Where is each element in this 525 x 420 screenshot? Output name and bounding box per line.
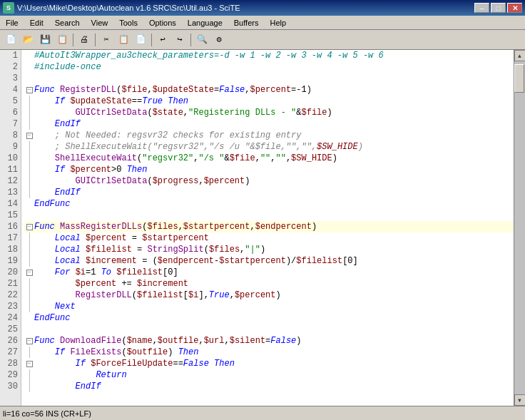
code-line-15 <box>24 210 514 221</box>
paste-button[interactable]: 📄 <box>133 32 148 48</box>
line-num-26: 26 <box>0 335 21 347</box>
line-num-20: 20 <box>0 267 21 278</box>
line-num-3: 3 <box>0 73 21 84</box>
code-line-16: − Func MassRegisterDLLs($files,$startper… <box>24 221 514 232</box>
fold-5 <box>24 96 34 107</box>
menu-bar: File Edit Search View Tools Options Lang… <box>0 16 525 30</box>
line-num-17: 17 <box>0 232 21 244</box>
code-text-13: EndIf <box>34 187 514 198</box>
menu-help[interactable]: Help <box>264 17 292 29</box>
fold-27 <box>24 347 34 358</box>
vertical-scrollbar[interactable]: ▲ ▼ <box>514 50 525 406</box>
code-line-18: Local $filelist = StringSplit($files,"|"… <box>24 244 514 255</box>
status-text: li=16 co=56 INS (CR+LF) <box>3 409 91 418</box>
editor-main: 1 2 3 4 5 6 7 8 9 10 11 12 13 14 15 16 1… <box>0 50 525 406</box>
code-line-8: − ; Not Needed: regsvr32 checks for exis… <box>24 130 514 141</box>
line-num-11: 11 <box>0 164 21 175</box>
close-button[interactable]: ✕ <box>507 3 522 13</box>
line-num-23: 23 <box>0 301 21 312</box>
code-text-20: For $i=1 To $filelist[0] <box>34 267 514 278</box>
code-text-5: If $updateState==True Then <box>34 96 514 107</box>
line-num-18: 18 <box>0 244 21 255</box>
copy-button[interactable]: 📋 <box>116 32 131 48</box>
new-button[interactable]: 📄 <box>3 32 19 48</box>
line-num-16: 16 <box>0 221 21 232</box>
line-num-10: 10 <box>0 153 21 164</box>
undo-button[interactable]: ↩ <box>155 32 170 48</box>
print-button[interactable]: 🖨 <box>76 32 92 48</box>
fold-30 <box>24 381 34 392</box>
code-text-19: Local $increment = ($endpercent-$startpe… <box>34 255 514 267</box>
save-as-button[interactable]: 📋 <box>54 32 70 48</box>
line-num-19: 19 <box>0 255 21 267</box>
menu-tools[interactable]: Tools <box>113 17 143 29</box>
menu-buffers[interactable]: Buffers <box>228 17 265 29</box>
menu-search[interactable]: Search <box>49 17 86 29</box>
line-num-6: 6 <box>0 107 21 118</box>
code-line-25 <box>24 324 514 335</box>
fold-28[interactable]: − <box>24 361 34 367</box>
code-line-26: − Func DownloadFile($name,$outfile,$url,… <box>24 335 514 347</box>
fold-16[interactable]: − <box>24 224 34 230</box>
code-text-21: $percent += $increment <box>34 278 514 290</box>
code-line-19: Local $increment = ($endpercent-$startpe… <box>24 255 514 267</box>
code-line-12: GUICtrlSetData($progress,$percent) <box>24 175 514 187</box>
menu-language[interactable]: Language <box>182 17 228 29</box>
menu-file[interactable]: File <box>0 17 24 29</box>
fold-8[interactable]: − <box>24 133 34 139</box>
fold-17 <box>24 232 34 244</box>
code-text-4: Func RegisterDLL($file,$updateState=Fals… <box>34 84 514 96</box>
code-line-28: − If $ForceFileUpdate==False Then <box>24 358 514 369</box>
fold-6 <box>24 107 34 118</box>
scroll-up-arrow[interactable]: ▲ <box>514 50 526 61</box>
scroll-thumb[interactable] <box>514 64 524 93</box>
menu-view[interactable]: View <box>86 17 114 29</box>
fold-23 <box>24 301 34 312</box>
open-button[interactable]: 📂 <box>20 32 36 48</box>
menu-options[interactable]: Options <box>143 17 182 29</box>
redo-button[interactable]: ↪ <box>172 32 188 48</box>
code-line-21: $percent += $increment <box>24 278 514 290</box>
fold-26[interactable]: − <box>24 338 34 344</box>
code-text-9: ; ShellExecuteWait("regsvr32","/s /u "&$… <box>34 141 514 153</box>
line-num-12: 12 <box>0 175 21 187</box>
line-num-21: 21 <box>0 278 21 290</box>
code-line-22: RegisterDLL($filelist[$i],True,$percent) <box>24 290 514 301</box>
code-line-23: Next <box>24 301 514 312</box>
code-text-29: Return <box>34 369 514 381</box>
tools-button[interactable]: ⚙ <box>211 32 227 48</box>
app-icon: S <box>3 2 14 14</box>
code-line-11: If $percent>0 Then <box>24 164 514 175</box>
code-area[interactable]: #AutoIt3Wrapper_au3check_parameters=-d -… <box>21 50 514 406</box>
maximize-button[interactable]: □ <box>491 3 506 13</box>
save-button[interactable]: 💾 <box>37 32 53 48</box>
code-text-27: If FileExists($outfile) Then <box>34 347 514 358</box>
line-num-13: 13 <box>0 187 21 198</box>
code-text-12: GUICtrlSetData($progress,$percent) <box>34 175 514 187</box>
code-text-2: #include-once <box>34 61 514 73</box>
code-text-6: GUICtrlSetData($state,"Registering DLLs … <box>34 107 514 118</box>
toolbar: 📄 📂 💾 📋 🖨 ✂ 📋 📄 ↩ ↪ 🔍 ⚙ <box>0 30 525 50</box>
code-line-3 <box>24 73 514 84</box>
fold-21 <box>24 278 34 290</box>
fold-20[interactable]: − <box>24 270 34 276</box>
line-num-4: 4 <box>0 84 21 96</box>
fold-4[interactable]: − <box>24 87 34 93</box>
code-line-17: Local $percent = $startpercent <box>24 232 514 244</box>
code-line-10: ShellExecuteWait("regsvr32","/s "&$file,… <box>24 153 514 164</box>
line-numbers: 1 2 3 4 5 6 7 8 9 10 11 12 13 14 15 16 1… <box>0 50 21 406</box>
code-text-17: Local $percent = $startpercent <box>34 232 514 244</box>
find-button[interactable]: 🔍 <box>194 32 210 48</box>
cut-button[interactable]: ✂ <box>98 32 114 48</box>
menu-edit[interactable]: Edit <box>24 17 49 29</box>
fold-13 <box>24 187 34 198</box>
line-num-29: 29 <box>0 369 21 381</box>
scroll-track[interactable] <box>514 61 526 394</box>
scroll-down-arrow[interactable]: ▼ <box>514 394 526 406</box>
code-line-9: ; ShellExecuteWait("regsvr32","/s /u "&$… <box>24 141 514 153</box>
code-text-8: ; Not Needed: regsvr32 checks for existi… <box>34 130 514 141</box>
minimize-button[interactable]: – <box>474 3 489 13</box>
fold-18 <box>24 244 34 255</box>
code-text-15 <box>34 210 514 221</box>
line-num-9: 9 <box>0 141 21 153</box>
